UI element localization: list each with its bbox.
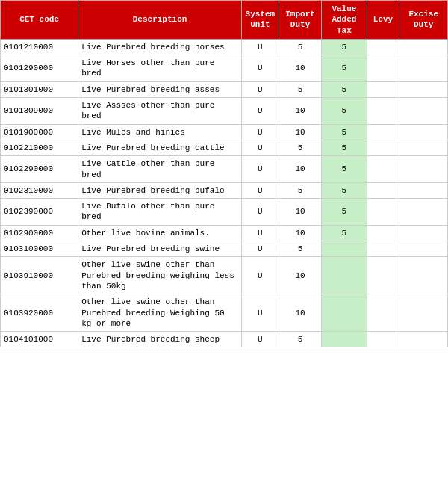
cell-description: Live Mules and hinies [78,124,242,140]
cell-unit: U [241,156,279,183]
cell-cet: 0101210000 [1,39,78,55]
cell-import-duty: 10 [279,199,321,226]
cell-excise [399,81,448,97]
cell-description: Live Purebred breeding horses [78,39,242,55]
cell-excise [399,140,448,155]
cell-levy [367,225,399,241]
cell-cet: 0104101000 [1,332,78,347]
cell-vat: 5 [322,182,367,198]
cell-cet: 0101301000 [1,81,78,97]
cell-levy [367,182,399,198]
cell-levy [367,55,399,82]
cell-vat: 5 [322,140,367,155]
table-row: 0103910000Other live swine other than Pu… [1,257,448,294]
cell-import-duty: 10 [279,257,321,294]
cell-vat [322,241,367,257]
cell-cet: 0103920000 [1,294,78,332]
cell-unit: U [241,294,279,332]
table-row: 0103100000Live Purebred breeding swineU5 [1,241,448,257]
table-body: 0101210000Live Purebred breeding horsesU… [1,39,448,347]
cell-vat: 5 [322,81,367,97]
cell-excise [399,156,448,183]
table-row: 0103920000Other live swine other than Pu… [1,294,448,332]
table-row: 0101210000Live Purebred breeding horsesU… [1,39,448,55]
cell-import-duty: 10 [279,55,321,82]
header-excise: Excise Duty [399,1,448,40]
cell-unit: U [241,98,279,125]
cell-vat: 5 [322,124,367,140]
table-row: 0102310000Live Purebred breeding bufaloU… [1,182,448,198]
cell-unit: U [241,199,279,226]
cell-vat: 5 [322,199,367,226]
cell-levy [367,140,399,155]
cell-vat: 5 [322,55,367,82]
cell-import-duty: 10 [279,124,321,140]
cell-levy [367,294,399,332]
header-row: CET code Description System Unit Import … [1,1,448,40]
cell-import-duty: 5 [279,332,321,347]
cell-cet: 0102210000 [1,140,78,155]
cell-description: Live Cattle other than pure bred [78,156,242,183]
cell-cet: 0101290000 [1,55,78,82]
cell-description: Live Purebred breeding sheep [78,332,242,347]
cell-excise [399,55,448,82]
cell-unit: U [241,182,279,198]
cell-unit: U [241,55,279,82]
cell-import-duty: 10 [279,98,321,125]
cell-unit: U [241,39,279,55]
cell-vat: 5 [322,39,367,55]
header-unit: System Unit [241,1,279,40]
cell-unit: U [241,257,279,294]
cell-unit: U [241,225,279,241]
tariff-table: CET code Description System Unit Import … [0,0,448,347]
cell-cet: 0101900000 [1,124,78,140]
header-import-duty: Import Duty [279,1,321,40]
cell-description: Live Purebred breeding bufalo [78,182,242,198]
table-row: 0101900000Live Mules and hiniesU105 [1,124,448,140]
cell-import-duty: 5 [279,39,321,55]
cell-description: Live Bufalo other than pure bred [78,199,242,226]
cell-excise [399,225,448,241]
cell-unit: U [241,81,279,97]
cell-excise [399,257,448,294]
cell-cet: 0102290000 [1,156,78,183]
cell-excise [399,182,448,198]
cell-description: Other live bovine animals. [78,225,242,241]
table-row: 0102210000Live Purebred breeding cattleU… [1,140,448,155]
cell-excise [399,294,448,332]
header-description: Description [78,1,242,40]
cell-excise [399,199,448,226]
cell-cet: 0103910000 [1,257,78,294]
cell-levy [367,257,399,294]
cell-unit: U [241,241,279,257]
cell-import-duty: 5 [279,140,321,155]
cell-description: Other live swine other than Purebred bre… [78,257,242,294]
header-cet: CET code [1,1,78,40]
cell-levy [367,199,399,226]
cell-description: Live Purebred breeding asses [78,81,242,97]
cell-cet: 0101309000 [1,98,78,125]
cell-import-duty: 5 [279,81,321,97]
cell-description: Live Purebred breeding swine [78,241,242,257]
cell-vat: 5 [322,225,367,241]
cell-vat: 5 [322,98,367,125]
table-row: 0101301000Live Purebred breeding assesU5… [1,81,448,97]
cell-excise [399,241,448,257]
cell-import-duty: 10 [279,294,321,332]
cell-levy [367,332,399,347]
cell-unit: U [241,124,279,140]
cell-description: Live Horses other than pure bred [78,55,242,82]
table-row: 0101309000Live Assses other than pure br… [1,98,448,125]
header-vat: Value Added Tax [322,1,367,40]
cell-description: Live Assses other than pure bred [78,98,242,125]
cell-vat [322,332,367,347]
cell-cet: 0102900000 [1,225,78,241]
table-row: 0104101000Live Purebred breeding sheepU5 [1,332,448,347]
cell-excise [399,332,448,347]
cell-import-duty: 10 [279,156,321,183]
cell-levy [367,98,399,125]
cell-levy [367,241,399,257]
table-row: 0101290000Live Horses other than pure br… [1,55,448,82]
cell-excise [399,98,448,125]
table-row: 0102900000Other live bovine animals.U105 [1,225,448,241]
